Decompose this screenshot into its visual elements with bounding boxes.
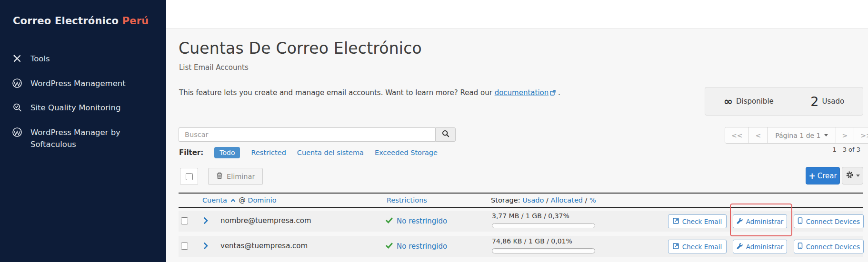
gear-icon (846, 171, 854, 181)
main-content: Cuentas De Correo Electrónico List Email… (166, 0, 868, 262)
sort-by-storage-percent[interactable]: % (589, 196, 596, 204)
column-restrictions: Restrictions (387, 196, 427, 204)
brand-accent: Perú (122, 15, 149, 27)
external-link-square-icon (673, 243, 679, 251)
check-email-button[interactable]: Check Email (668, 240, 727, 253)
row-checkbox[interactable] (181, 217, 188, 224)
filter-option-todo[interactable]: Todo (214, 147, 240, 158)
top-bar (166, 0, 868, 29)
mobile-phone-icon (798, 217, 803, 225)
account-email: nombre@tuempresa.com (220, 216, 311, 225)
brand-text: Correo Electrónico (13, 15, 119, 27)
sort-asc-icon (230, 196, 236, 204)
documentation-link[interactable]: documentation (495, 88, 549, 97)
connect-devices-button[interactable]: Connect Devices (794, 240, 864, 253)
sidebar-item-label: WordPress Management (30, 78, 126, 90)
chevron-right-icon[interactable] (203, 242, 209, 252)
settings-button[interactable] (842, 167, 863, 184)
usage-stats-box: ∞ Disponible 2 Usado (705, 87, 863, 116)
filter-label: Filter: (179, 148, 203, 157)
chevron-down-icon (824, 134, 828, 136)
check-icon (386, 242, 393, 251)
tools-icon (11, 53, 23, 64)
storage-usage: 74,86 KB / 1 GB / 0,01% (492, 237, 572, 245)
search-icon (442, 130, 449, 139)
pagination-last-button[interactable]: >> (854, 127, 868, 143)
infinity-icon: ∞ (724, 95, 733, 107)
sidebar-item-wp-manager-softaculous[interactable]: WordPress Manager by Softaculous (0, 120, 166, 157)
search-group (179, 127, 456, 142)
chevron-down-icon (856, 175, 860, 177)
storage-progress-bar (492, 223, 595, 228)
page-title: Cuentas De Correo Electrónico (179, 39, 422, 58)
wrench-icon (737, 243, 743, 251)
select-all-button[interactable] (180, 168, 198, 185)
pagination-prev-button[interactable]: < (748, 127, 767, 143)
email-accounts-page: Correo Electrónico Perú Tools (0, 0, 868, 262)
table-row: nombre@tuempresa.com No restringido 3,77… (179, 211, 863, 232)
external-link-square-icon (673, 218, 679, 225)
row-checkbox[interactable] (181, 243, 188, 250)
sidebar: Correo Electrónico Perú Tools (0, 0, 166, 262)
delete-button[interactable]: Eliminar (208, 168, 263, 185)
mobile-phone-icon (798, 243, 803, 251)
brand-logo: Correo Electrónico Perú (0, 0, 166, 27)
sort-by-account[interactable]: Cuenta (202, 196, 227, 204)
select-all-checkbox[interactable] (186, 173, 193, 180)
sidebar-item-site-quality[interactable]: Site Quality Monitoring (0, 96, 166, 120)
plus-icon: + (808, 171, 815, 181)
create-button[interactable]: + Crear (806, 167, 840, 184)
trash-icon (216, 172, 223, 181)
stat-used: 2 Usado (810, 94, 844, 109)
pagination-next-button[interactable]: > (836, 127, 854, 143)
sidebar-item-label: Tools (30, 53, 50, 65)
manage-button[interactable]: Administrar (733, 240, 787, 253)
connect-devices-button[interactable]: Connect Devices (794, 214, 864, 228)
chevron-right-icon[interactable] (203, 217, 209, 226)
table-row: ventas@tuempresa.com No restringido 74,8… (179, 236, 863, 257)
check-icon (386, 216, 393, 225)
pagination-current-page[interactable]: Página 1 de 1 (767, 127, 835, 143)
search-input[interactable] (179, 127, 435, 142)
column-account-domain: Cuenta @ Dominio (202, 196, 277, 204)
sidebar-item-label: WordPress Manager by Softaculous (30, 126, 140, 151)
check-email-button[interactable]: Check Email (668, 214, 727, 228)
sidebar-item-wordpress-management[interactable]: WordPress Management (0, 71, 166, 96)
sort-by-domain[interactable]: Dominio (248, 196, 276, 204)
wordpress-icon (11, 78, 23, 89)
restriction-link[interactable]: No restringido (397, 242, 447, 251)
site-quality-icon (11, 102, 23, 113)
sidebar-item-label: Site Quality Monitoring (30, 102, 120, 114)
sort-by-storage-allocated[interactable]: Allocated (550, 196, 583, 204)
storage-usage: 3,77 MB / 1 GB / 0,37% (492, 212, 569, 220)
email-accounts-table: Cuenta @ Dominio Restrictions Storage: U… (179, 193, 863, 257)
sidebar-item-tools[interactable]: Tools (0, 47, 166, 71)
pagination: << < Página 1 de 1 > >> (725, 127, 868, 144)
filter-option-system-account[interactable]: Cuenta del sistema (297, 149, 364, 156)
search-button[interactable] (435, 127, 456, 142)
sidebar-nav: Tools WordPress Management (0, 47, 166, 157)
restriction-link[interactable]: No restringido (397, 217, 447, 225)
manage-button[interactable]: Administrar (733, 214, 787, 228)
wrench-icon (737, 218, 743, 225)
intro-text: This feature lets you create and manage … (179, 88, 560, 97)
sort-by-storage-used[interactable]: Usado (522, 196, 544, 204)
restriction-cell: No restringido (386, 242, 447, 251)
result-range: 1 - 3 of 3 (725, 146, 860, 153)
filter-option-restricted[interactable]: Restricted (251, 149, 286, 156)
storage-progress-bar (492, 248, 595, 253)
account-email: ventas@tuempresa.com (220, 242, 308, 250)
external-link-icon (550, 89, 556, 97)
column-storage: Storage: Usado / Allocated / % (491, 196, 596, 204)
stat-available: ∞ Disponible (724, 95, 774, 107)
filter-row: Filter: Todo Restricted Cuenta del siste… (179, 146, 438, 159)
wordpress-icon (11, 126, 23, 138)
sort-by-restrictions[interactable]: Restrictions (387, 196, 427, 204)
table-header: Cuenta @ Dominio Restrictions Storage: U… (179, 193, 863, 208)
filter-option-exceeded-storage[interactable]: Exceeded Storage (375, 149, 438, 156)
restriction-cell: No restringido (386, 216, 447, 225)
pagination-first-button[interactable]: << (725, 127, 748, 143)
page-subtitle: List Email Accounts (179, 63, 249, 72)
